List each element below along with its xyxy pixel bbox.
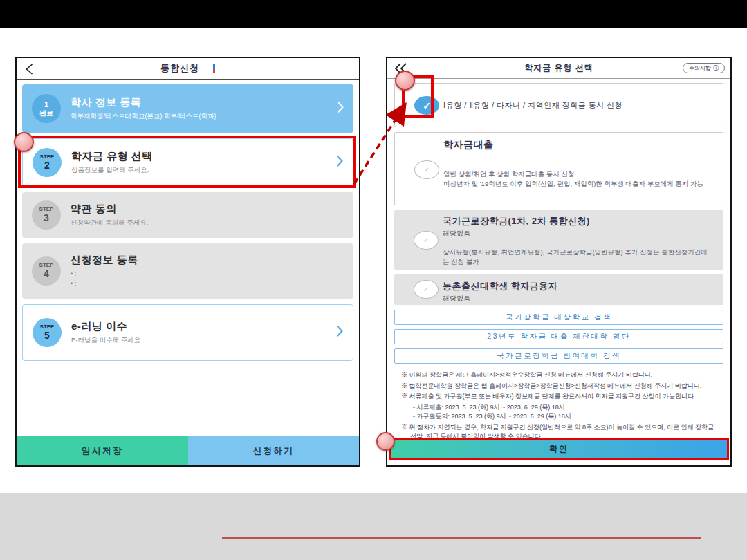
check-icon: ✓ [423, 286, 429, 293]
step-card-3-terms[interactable]: STEP 3 약관 동의 신청약관에 동의해 주세요. [22, 192, 353, 238]
option-status: 해당없음 [443, 294, 714, 304]
notice-badge[interactable]: 주의사항 ⓘ [683, 63, 725, 73]
apply-button[interactable]: 신청하기 [188, 436, 360, 465]
checkbox-work-scholarship[interactable]: ✓ [414, 231, 439, 250]
note-line: ※ 서류제출 및 가구원(부모 또는 배우자) 정보제공 단계를 완료하셔야 학… [401, 392, 715, 401]
step-subtitle: 학부재학생/테스트대학교(본교) 학부/테스트(학과) [71, 112, 216, 121]
check-icon: ✓ [423, 100, 431, 111]
step-badge-3: STEP 3 [32, 200, 61, 230]
option-description: 일반 상환/취업 후 상환 학자금대출 동시 신청 미성년자 및 '19학년도 … [443, 169, 713, 189]
left-footer: 임시저장 신청하기 [17, 436, 359, 465]
chevron-right-icon [337, 101, 344, 116]
restricted-universities-button[interactable]: 23년도 학자금 대출 제한대학 명단 [394, 329, 723, 344]
checkbox-rural-loan[interactable]: ✓ [414, 280, 439, 299]
step-subtitle: E-러닝을 이수해 주세요. [71, 336, 142, 345]
note-subline: - 서류제출: 2023. 5. 23.(화) 9시 ~ 2023. 6. 29… [401, 403, 715, 412]
step-title: e-러닝 이수 [71, 320, 142, 333]
step-badge-4: STEP 4 [32, 256, 61, 286]
page-title: 통합신청 [160, 62, 199, 75]
step-title: 약관 동의 [71, 203, 148, 216]
step-card-4-application-info[interactable]: STEP 4 신청정보 등록 • : • : [22, 243, 353, 299]
note-subline: - 가구원동의: 2023. 5. 23.(화) 9시 ~ 2023. 6. 2… [401, 412, 715, 421]
option-description: 상시유형(봉사유형, 취업연계유형), 국가근로장학금(일반유형) 추가 신청은… [443, 248, 714, 267]
work-scholarship-universities-button[interactable]: 국가근로장학금 참여대학 검색 [394, 348, 723, 364]
step-badge-2: STEP 2 [33, 148, 62, 177]
option-title: 국가근로장학금(1차, 2차 통합신청) [443, 215, 714, 227]
option-student-loan[interactable]: ✓ 학자금대출 일반 상환/취업 후 상환 학자금대출 동시 신청 미성년자 및… [394, 132, 723, 205]
checkbox-scholarship-types-checked[interactable]: ✓ [414, 96, 439, 115]
left-header: 통합신청 [17, 58, 359, 80]
step-title: 학자금 유형 선택 [71, 150, 153, 163]
annotation-circle-checkbox [395, 71, 415, 91]
info-icon: ⓘ [713, 64, 719, 72]
check-icon: ✓ [424, 166, 430, 174]
notes-section: ※ 이외의 장학금은 재단 홈페이지>성적우수장학금 신청 메뉴에서 신청해 주… [394, 368, 723, 440]
temp-save-button[interactable]: 임시저장 [17, 436, 188, 465]
bottom-gray-strip [0, 493, 747, 560]
left-phone-screen: 통합신청 1 완료 학사 정보 등록 학부재학생/테스트대학교(본교) 학부/테… [15, 57, 360, 467]
step-badge-5: STEP 5 [33, 318, 62, 347]
top-black-bar [0, 0, 747, 28]
cursor-mark-icon [213, 64, 215, 73]
step-title: 학사 정보 등록 [71, 96, 216, 109]
option-scholarship-types[interactable]: ✓ Ⅰ유형 / Ⅱ유형 / 다자녀 / 지역인재 장학금 동시 신청 [394, 83, 723, 127]
note-line: ※ 이외의 장학금은 재단 홈페이지>성적우수장학금 신청 메뉴에서 신청해 주… [401, 371, 715, 380]
step-card-2-fund-type[interactable]: STEP 2 학자금 유형 선택 상품정보를 입력해 주세요. [22, 138, 353, 187]
step-card-1-academic-info[interactable]: 1 완료 학사 정보 등록 학부재학생/테스트대학교(본교) 학부/테스트(학과… [22, 84, 353, 133]
option-rural-loan[interactable]: ✓ 농촌출신대학생 학자금융자 해당없음 [394, 274, 723, 305]
chevron-right-icon [336, 155, 343, 170]
checkbox-student-loan[interactable]: ✓ [414, 160, 439, 179]
back-icon[interactable] [25, 64, 34, 77]
school-search-button[interactable]: 국가장학금 대상학교 검색 [394, 310, 723, 325]
option-title: 학자금대출 [443, 139, 713, 151]
step-title: 신청정보 등록 [71, 254, 138, 267]
step-subtitle: 상품정보를 입력해 주세요. [71, 166, 153, 175]
divider-red-line [222, 537, 701, 539]
annotation-circle-step2 [14, 132, 34, 152]
annotation-circle-confirm [376, 432, 395, 451]
right-phone-screen: 학자금 유형 선택 주의사항 ⓘ ✓ Ⅰ유형 / Ⅱ유형 / 다자녀 / 지역인… [386, 57, 732, 467]
chevron-right-icon [336, 325, 343, 340]
option-work-scholarship[interactable]: ✓ 국가근로장학금(1차, 2차 통합신청) 해당없음 상시유형(봉사유형, 취… [394, 210, 723, 270]
check-icon: ✓ [423, 236, 429, 244]
option-label: Ⅰ유형 / Ⅱ유형 / 다자녀 / 지역인재 장학금 동시 신청 [443, 100, 622, 111]
step-card-5-elearning[interactable]: STEP 5 e-러닝 이수 E-러닝을 이수해 주세요. [22, 304, 353, 361]
right-header: 학자금 유형 선택 주의사항 ⓘ [387, 58, 730, 79]
step-subtitle: 신청약관에 동의해 주세요. [71, 218, 148, 227]
step-bullets: • : • : [71, 269, 138, 289]
step-badge-1: 1 완료 [32, 94, 61, 123]
option-status: 해당없음 [443, 229, 714, 239]
confirm-button[interactable]: 확인 [389, 438, 729, 460]
note-line: ※ 법학전문대학원 장학금은 웹 홈페이지>장학금>장학금신청>신청서작성 메뉴… [401, 382, 715, 391]
option-title: 농촌출신대학생 학자금융자 [443, 280, 714, 292]
page-title: 학자금 유형 선택 [524, 62, 593, 74]
